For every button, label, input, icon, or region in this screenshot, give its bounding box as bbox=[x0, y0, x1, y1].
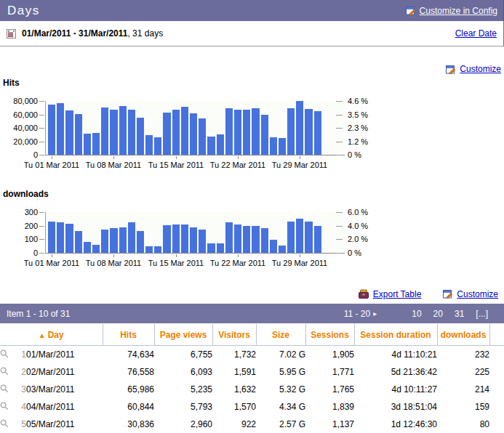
percent-axis-tick-label: 2.3 % bbox=[348, 124, 368, 132]
clear-date-link[interactable]: Clear Date bbox=[455, 28, 497, 39]
chart-bar bbox=[57, 103, 64, 155]
chart-bar bbox=[252, 108, 259, 155]
column-header-day[interactable]: ▲Day bbox=[0, 324, 103, 346]
chart-bar bbox=[217, 243, 224, 253]
page-link[interactable]: 31 bbox=[455, 309, 464, 319]
page-link[interactable]: 10 bbox=[412, 309, 421, 319]
column-header-size[interactable]: Size bbox=[256, 324, 305, 346]
chart-bar bbox=[279, 246, 286, 253]
x-axis-tick-label: Tu 22 Mar 2011 bbox=[210, 259, 265, 267]
visitors-cell: 1,732 bbox=[212, 346, 256, 364]
magnifier-icon[interactable] bbox=[0, 402, 9, 410]
chart-bar bbox=[92, 133, 100, 155]
customize-table-link[interactable]: Customize bbox=[443, 289, 498, 299]
session-duration-cell: 4d 11:10:21 bbox=[354, 346, 437, 364]
filler-cell bbox=[489, 346, 504, 364]
column-header-downloads[interactable]: downloads bbox=[437, 324, 489, 346]
zoom-row-icon[interactable] bbox=[0, 346, 15, 364]
sessions-cell: 1,137 bbox=[305, 416, 354, 433]
zoom-row-icon[interactable] bbox=[0, 398, 15, 416]
sessions-cell: 1,765 bbox=[305, 381, 354, 398]
chart-bar bbox=[296, 219, 303, 253]
title-bar: Days Customize in Config bbox=[0, 0, 504, 21]
y-axis-tick-mark bbox=[39, 212, 44, 213]
page-views-cell: 6,755 bbox=[154, 346, 212, 364]
percent-axis-tick-mark bbox=[336, 239, 343, 240]
chart-bar bbox=[172, 110, 180, 155]
y-axis-tick-mark bbox=[39, 101, 44, 102]
y-axis-tick-label: 40,000 bbox=[0, 124, 38, 132]
chart-bar bbox=[145, 135, 153, 155]
zoom-row-icon[interactable] bbox=[0, 363, 15, 381]
zoom-row-icon[interactable] bbox=[0, 381, 15, 398]
item-range-label: Item 1 - 10 of 31 bbox=[7, 309, 70, 319]
hits-cell: 76,558 bbox=[103, 363, 154, 381]
page-link[interactable]: 20 bbox=[433, 309, 443, 319]
x-axis-tick-mark bbox=[52, 156, 52, 159]
export-table-link[interactable]: Export Table bbox=[359, 289, 422, 299]
chart-bar bbox=[270, 137, 277, 155]
y-axis-tick-mark bbox=[39, 155, 44, 155]
column-header-session-duration[interactable]: Session duration bbox=[354, 324, 437, 346]
chart-bar bbox=[279, 138, 286, 155]
page-views-cell: 5,793 bbox=[154, 398, 212, 416]
calendar-icon[interactable] bbox=[7, 29, 16, 39]
magnifier-icon[interactable] bbox=[0, 367, 9, 376]
chart-bar bbox=[137, 231, 144, 253]
x-axis-tick-mark bbox=[238, 156, 239, 159]
percent-axis-tick-label: 4.0 % bbox=[348, 222, 368, 230]
percent-axis-tick-mark bbox=[336, 128, 343, 129]
customize-icon bbox=[443, 289, 453, 299]
x-axis-tick-mark bbox=[113, 254, 114, 257]
hits-cell: 30,836 bbox=[103, 416, 154, 433]
chart-bar bbox=[84, 242, 91, 253]
chart-bar bbox=[181, 224, 188, 253]
x-axis-tick-label: Tu 29 Mar 2011 bbox=[272, 161, 327, 169]
page-link[interactable]: [...] bbox=[476, 309, 488, 319]
column-header-visitors[interactable]: Visitors bbox=[212, 324, 256, 346]
customize-in-config-link[interactable]: Customize in Config bbox=[406, 6, 497, 16]
percent-axis-tick-label: 6.0 % bbox=[348, 208, 368, 216]
x-axis-tick-mark bbox=[52, 254, 52, 257]
downloads-chart-plot-area: 30020010006.0 %4.0 %2.0 %0 %Tu 01 Mar 20… bbox=[0, 212, 504, 273]
chart-bar bbox=[225, 222, 233, 253]
downloads-chart: downloads 30020010006.0 %4.0 %2.0 %0 %Tu… bbox=[0, 189, 504, 273]
row-number: 4 bbox=[15, 398, 26, 416]
magnifier-icon[interactable] bbox=[0, 419, 9, 428]
chart-bar bbox=[252, 226, 259, 253]
sort-asc-icon: ▲ bbox=[39, 331, 46, 339]
chart-bar bbox=[119, 227, 127, 253]
size-cell: 4.34 G bbox=[256, 398, 305, 416]
percent-axis-tick-label: 0 % bbox=[348, 150, 361, 159]
date-range-text: 01/Mar/2011 - 31/Mar/2011, 31 days bbox=[22, 28, 163, 39]
chart-bar bbox=[128, 110, 135, 155]
y-axis-tick-mark bbox=[39, 239, 44, 240]
hits-chart-plot-area: 80,00060,00040,00020,00004.6 %3.5 %2.3 %… bbox=[0, 101, 504, 174]
chart-bar bbox=[101, 108, 108, 155]
chart-bar bbox=[119, 106, 127, 155]
y-axis-tick-label: 0 bbox=[0, 150, 38, 159]
chart-bar bbox=[57, 222, 64, 253]
magnifier-icon[interactable] bbox=[0, 349, 9, 358]
chart-bar bbox=[207, 137, 215, 155]
next-page-range-link[interactable]: 11 - 20 ▸ bbox=[344, 309, 377, 319]
row-number: 3 bbox=[15, 381, 26, 398]
zoom-row-icon[interactable] bbox=[0, 416, 15, 433]
downloads-cell: 232 bbox=[437, 346, 489, 364]
chart-bar bbox=[287, 108, 295, 155]
y-axis-tick-label: 300 bbox=[0, 208, 38, 216]
magnifier-icon[interactable] bbox=[0, 384, 9, 393]
chart-bar bbox=[270, 240, 277, 253]
hits-cell: 65,986 bbox=[103, 381, 154, 398]
column-header-hits[interactable]: Hits bbox=[103, 324, 154, 346]
column-header-sessions[interactable]: Sessions bbox=[305, 324, 354, 346]
size-cell: 5.95 G bbox=[256, 363, 305, 381]
percent-axis-tick-label: 3.5 % bbox=[348, 110, 368, 119]
x-axis-tick-mark bbox=[176, 254, 177, 257]
chart-bar bbox=[110, 228, 117, 253]
column-header-page-views[interactable]: Page views bbox=[154, 324, 212, 346]
customize-charts-link[interactable]: Customize bbox=[446, 63, 501, 75]
chart-bar bbox=[65, 110, 73, 155]
y-axis-tick-mark bbox=[39, 128, 44, 129]
downloads-cell: 159 bbox=[437, 398, 489, 416]
